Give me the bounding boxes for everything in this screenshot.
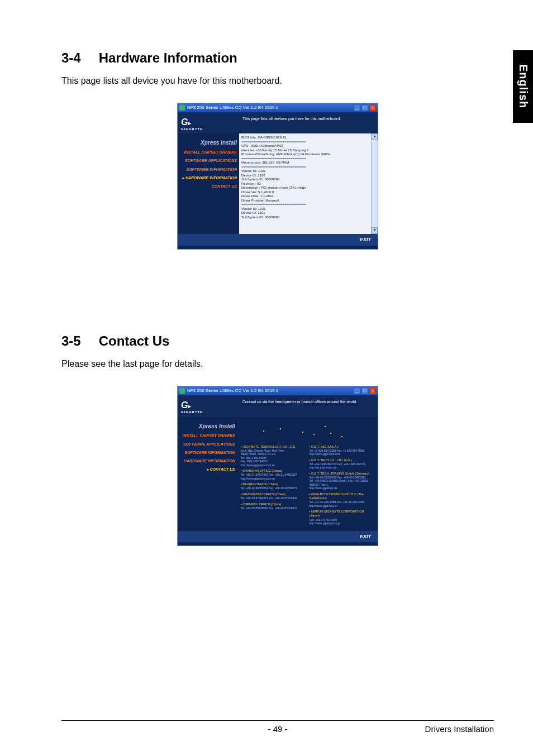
contact-line: Tel: +86-21-64737410 Fax: +86-21-6445322… <box>241 473 306 477</box>
contact-line: http://www.gigabyte.com.tw <box>241 463 306 467</box>
window-buttons: _ □ × <box>354 104 376 111</box>
contact-line: Tel: +86-20-87586273 Fax: +86-20-8754430… <box>241 496 306 500</box>
contact-entry: • GIGA-BYTE TECHNOLOGY B.V. (The Netherl… <box>309 492 374 508</box>
menu-software-applications[interactable]: SOFTWARE APPLICATIONS <box>180 158 237 163</box>
contact-name: • CHENGDU OFFICE (China) <box>241 503 306 506</box>
app-body: Xpress Install INSTALL CHIPSET DRIVERS S… <box>178 133 378 234</box>
contact-map-panel: • GIGA-BYTE TECHNOLOGY CO., LTD.No.6, Ba… <box>237 417 378 531</box>
brand-logo: G▸ GIGABYTE <box>178 395 239 417</box>
scroll-up-icon[interactable]: ▴ <box>372 133 378 140</box>
contact-name: • BEIJING OFFICE (China) <box>241 482 306 486</box>
world-map-dots <box>241 420 374 443</box>
close-button[interactable]: × <box>369 104 376 111</box>
bottom-bar <box>178 542 378 546</box>
minimize-button[interactable]: _ <box>354 104 360 111</box>
section-3-5-title: Contact Us <box>99 333 170 348</box>
contact-left-column: • GIGA-BYTE TECHNOLOGY CO., LTD.No.6, Ba… <box>241 445 306 528</box>
app-header: G▸ GIGABYTE This page lists all devices … <box>178 112 378 133</box>
contact-line: http://www.gigabyte.co.jp <box>309 521 374 525</box>
contact-line: Tel: +49-01803-428468 (Tech.) Fax: +49-0… <box>309 479 374 486</box>
app-footer: EXIT <box>178 531 378 543</box>
contact-name: • G.B.T. TECH. TRADING GmbH (Germany) <box>309 472 374 476</box>
exit-button[interactable]: EXIT <box>358 236 373 243</box>
contact-line: Tel: +86-28-85236930 Fax: +86-28-8525682… <box>241 506 306 510</box>
close-button[interactable]: × <box>369 387 376 394</box>
screenshot-1-wrap: NF3 250 Series Utilities CD Ver.1.2 B4.0… <box>61 103 494 250</box>
section-3-5-heading: 3-5 Contact Us <box>61 333 494 349</box>
contact-name: • GIGA-BYTE TECHNOLOGY B.V. (The Netherl… <box>309 492 374 500</box>
contact-line: http://uk.giga-byte.com <box>309 466 374 470</box>
window-titlebar: NF3 250 Series Utilities CD Ver.1.2 B4.0… <box>178 103 378 112</box>
contact-line: http://www.giga-byte.nl <box>309 504 374 508</box>
section-3-4-text: This page lists all device you have for … <box>61 76 494 86</box>
menu-hardware-information[interactable]: ▸ HARDWARE INFORMATION <box>180 175 237 180</box>
header-message: This page lists all devices you have for… <box>239 112 378 133</box>
scrollbar[interactable]: ▴ ▾ <box>371 133 378 234</box>
bottom-bar <box>178 246 378 249</box>
section-3-5-number: 3-5 <box>61 333 95 349</box>
menu-chipset-drivers[interactable]: INSTALL CHIPSET DRIVERS <box>180 150 237 155</box>
contact-line: http://www.gigabyte.com.cn <box>241 477 306 481</box>
contact-line: http://www.giga-byte.com <box>309 452 374 456</box>
page-footer: - 49 - Drivers Installation <box>61 720 494 734</box>
screenshot-contact-us: NF3 250 Series Utilities CD Ver.1.2 B4.0… <box>177 386 378 546</box>
contact-name: • GIGA-BYTE TECHNOLOGY CO., LTD. <box>241 445 306 449</box>
header-message: Contact us via the headquarter or branch… <box>239 395 378 417</box>
contact-entry: • CHENGDU OFFICE (China)Tel: +86-28-8523… <box>241 503 306 510</box>
exit-button[interactable]: EXIT <box>358 533 373 540</box>
content-panel: BIOS Info: GA-K8NSC-939 E1 =============… <box>239 133 378 234</box>
app-body: Xpress Install INSTALL CHIPSET DRIVERS S… <box>178 417 378 531</box>
contact-entry: • G.B.T. TECH CO., LTD. (U.K.)Tel: +44-1… <box>309 458 374 470</box>
window-titlebar: NF3 250 Series Utilities CD Ver.1.2 B4.0… <box>178 386 378 395</box>
scroll-down-icon[interactable]: ▾ <box>372 227 378 234</box>
page-number: - 49 - <box>268 724 287 734</box>
menu-contact-us[interactable]: CONTACT US <box>180 184 237 189</box>
maximize-button[interactable]: □ <box>361 387 368 394</box>
menu-software-information[interactable]: SOFTWARE INFORMATION <box>180 450 235 455</box>
app-icon <box>179 388 185 394</box>
contact-entry: • G.B.T. INC. (U.S.A.)Tel: +1-626-854-93… <box>309 445 374 456</box>
contact-entry: • G.B.T. TECH. TRADING GmbH (Germany)Tel… <box>309 472 374 490</box>
app-icon <box>179 105 185 111</box>
contact-name: • G.B.T. TECH CO., LTD. (U.K.) <box>309 458 374 462</box>
contact-name: • GUANGZHOU OFFICE (China) <box>241 492 306 496</box>
sidebar-menu: Xpress Install INSTALL CHIPSET DRIVERS S… <box>178 417 237 531</box>
screenshot-hardware-info: NF3 250 Series Utilities CD Ver.1.2 B4.0… <box>177 103 378 250</box>
window-title: NF3 250 Series Utilities CD Ver.1.2 B4.0… <box>187 388 354 394</box>
contact-name: • G.B.T. INC. (U.S.A.) <box>309 445 374 449</box>
menu-xpress-install[interactable]: Xpress Install <box>180 423 235 430</box>
minimize-button[interactable]: _ <box>354 387 360 394</box>
hardware-info-text: BIOS Info: GA-K8NSC-939 E1 =============… <box>241 136 375 219</box>
section-3-4-number: 3-4 <box>61 50 95 66</box>
section-3-5-text: Please see the last page for details. <box>61 359 494 369</box>
brand-logo: G▸ GIGABYTE <box>178 112 239 133</box>
contact-entry: • GUANGZHOU OFFICE (China)Tel: +86-20-87… <box>241 492 306 500</box>
app-header: G▸ GIGABYTE Contact us via the headquart… <box>178 395 378 417</box>
contact-entry: • NIPPON GIGA-BYTE CORPORATION (Japan)Fa… <box>309 510 374 525</box>
app-footer: EXIT <box>178 234 378 246</box>
section-3-4-title: Hardware Information <box>99 50 237 65</box>
window-buttons: _ □ × <box>354 387 376 394</box>
contact-entry: • SHANGHAI OFFICE (China)Tel: +86-21-647… <box>241 469 306 480</box>
page-content: 3-4 Hardware Information This page lists… <box>0 0 533 756</box>
contact-line: Tel: +86-10-82856054 Fax: +86-10-8285657… <box>241 486 306 490</box>
menu-chipset-drivers[interactable]: INSTALL CHIPSET DRIVERS <box>180 433 235 438</box>
screenshot-2-wrap: NF3 250 Series Utilities CD Ver.1.2 B4.0… <box>61 386 494 546</box>
contact-right-column: • G.B.T. INC. (U.S.A.)Tel: +1-626-854-93… <box>309 445 374 528</box>
contact-name: • NIPPON GIGA-BYTE CORPORATION (Japan) <box>309 510 374 518</box>
contact-line: http://www.gigabyte.de <box>309 486 374 490</box>
menu-xpress-install[interactable]: Xpress Install <box>180 139 237 146</box>
contact-entry: • BEIJING OFFICE (China)Tel: +86-10-8285… <box>241 482 306 490</box>
menu-software-information[interactable]: SOFTWARE INFORMATION <box>180 167 237 172</box>
contact-name: • SHANGHAI OFFICE (China) <box>241 469 306 473</box>
window-title: NF3 250 Series Utilities CD Ver.1.2 B4.0… <box>187 105 354 111</box>
contact-entry: • GIGA-BYTE TECHNOLOGY CO., LTD.No.6, Ba… <box>241 445 306 467</box>
menu-hardware-information[interactable]: HARDWARE INFORMATION <box>180 458 235 463</box>
sidebar-menu: Xpress Install INSTALL CHIPSET DRIVERS S… <box>178 133 239 234</box>
maximize-button[interactable]: □ <box>361 104 368 111</box>
menu-software-applications[interactable]: SOFTWARE APPLICATIONS <box>180 442 235 447</box>
footer-section-name: Drivers Installation <box>425 724 494 734</box>
contact-columns: • GIGA-BYTE TECHNOLOGY CO., LTD.No.6, Ba… <box>241 445 374 528</box>
section-3-4-heading: 3-4 Hardware Information <box>61 50 494 66</box>
menu-contact-us[interactable]: ▸ CONTACT US <box>180 467 235 472</box>
